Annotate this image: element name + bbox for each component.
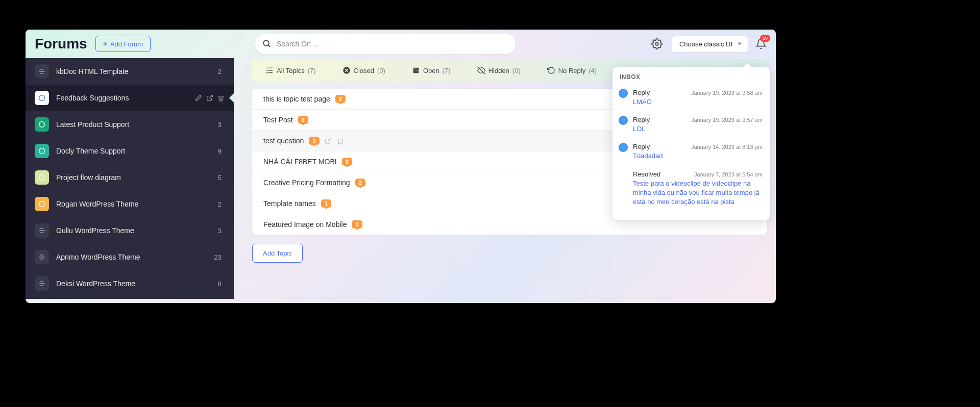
forum-icon bbox=[35, 144, 49, 158]
topic-reply-badge: 2 bbox=[335, 95, 346, 103]
page-title: Forums bbox=[35, 36, 87, 52]
header-right: Choose classic UI 10 bbox=[649, 36, 767, 53]
sidebar-item[interactable]: Deksi WordPress Theme8 bbox=[26, 270, 234, 297]
tab-icon bbox=[547, 66, 555, 74]
tab-icon bbox=[412, 66, 420, 74]
svg-rect-14 bbox=[268, 72, 273, 73]
settings-button[interactable] bbox=[649, 36, 665, 52]
tab-icon bbox=[342, 66, 351, 74]
tab-count: (7) bbox=[443, 67, 451, 74]
search-icon bbox=[262, 39, 272, 48]
inbox-item-label: Reply bbox=[633, 116, 650, 123]
topic-title: Template names bbox=[263, 199, 316, 208]
svg-rect-11 bbox=[266, 70, 268, 70]
stack-icon bbox=[39, 281, 45, 286]
inbox-item-label: Resolved bbox=[633, 170, 660, 178]
inbox-item-label: Reply bbox=[633, 143, 650, 150]
inbox-item[interactable]: ResolvedJanuary 7, 2023 at 5:54 amTeste … bbox=[620, 166, 763, 212]
avatar bbox=[619, 143, 628, 152]
topic-reply-badge: 2 bbox=[355, 179, 365, 187]
plus-icon: + bbox=[103, 40, 107, 48]
sidebar-item[interactable]: kbDoc HTML Template2 bbox=[26, 58, 234, 85]
trash-icon[interactable] bbox=[217, 94, 225, 101]
forum-icon bbox=[35, 250, 49, 264]
tab-label: Open bbox=[423, 67, 439, 74]
search-wrap bbox=[255, 34, 516, 54]
add-topic-button[interactable]: Add Topic bbox=[252, 244, 303, 263]
ui-mode-select[interactable]: Choose classic UI bbox=[672, 36, 748, 53]
sidebar-item-label: Rogan WordPress Theme bbox=[56, 200, 211, 208]
topic-reply-badge: 0 bbox=[298, 116, 308, 124]
svg-rect-10 bbox=[268, 68, 273, 68]
tab[interactable]: All Topics (7) bbox=[252, 59, 329, 82]
sidebar-item-label: Project flow diagram bbox=[56, 173, 211, 182]
add-forum-button[interactable]: + Add Forum bbox=[95, 36, 151, 52]
external-link-icon[interactable] bbox=[206, 94, 213, 101]
sidebar-item[interactable]: Project flow diagram5 bbox=[26, 164, 234, 191]
app-frame: Forums + Add Forum Choose classic UI 10 … bbox=[26, 30, 776, 303]
avatar bbox=[619, 89, 628, 98]
tab[interactable]: No Reply (4) bbox=[534, 59, 610, 82]
svg-point-5 bbox=[39, 122, 45, 128]
tab-label: No Reply bbox=[558, 67, 585, 74]
inbox-item-label: Reply bbox=[633, 89, 650, 96]
topic-title: this is topic test page bbox=[263, 95, 330, 103]
tab-icon bbox=[477, 66, 485, 74]
svg-point-8 bbox=[39, 201, 45, 207]
tab[interactable]: Hidden (0) bbox=[464, 59, 534, 82]
svg-point-6 bbox=[39, 148, 45, 154]
sidebar-item-label: kbDoc HTML Template bbox=[56, 67, 211, 75]
inbox-title: INBOX bbox=[620, 73, 763, 81]
sidebar-item-count: 8 bbox=[218, 280, 222, 288]
tab[interactable]: Closed (0) bbox=[329, 59, 399, 82]
sidebar-item-count: 5 bbox=[218, 174, 222, 182]
inbox-item-time: January 7, 2023 at 5:54 am bbox=[694, 171, 763, 177]
inbox-item[interactable]: ReplyJanuary 19, 2023 at 9:57 amLOL bbox=[620, 112, 763, 139]
inbox-item-body: LMAO bbox=[633, 97, 763, 107]
inbox-item[interactable]: ReplyJanuary 14, 2023 at 8:13 pmTdadadad bbox=[620, 139, 763, 166]
forum-icon bbox=[35, 170, 49, 185]
sidebar-item-label: Feedback Suggestions bbox=[56, 94, 188, 102]
sidebar-item[interactable]: Docly Theme Support9 bbox=[26, 138, 234, 164]
topic-reply-badge: 0 bbox=[352, 220, 362, 228]
sidebar-item-label: Latest Product Support bbox=[56, 120, 211, 129]
tab-label: Hidden bbox=[488, 67, 509, 74]
inbox-item-body: Tdadadad bbox=[633, 151, 763, 161]
notification-badge: 10 bbox=[760, 35, 770, 42]
notifications-button[interactable]: 10 bbox=[755, 38, 767, 49]
trash-icon[interactable] bbox=[337, 137, 344, 144]
tab-count: (0) bbox=[377, 67, 385, 74]
tab-count: (4) bbox=[589, 67, 597, 74]
inbox-popover: INBOX ReplyJanuary 19, 2023 at 9:58 amLM… bbox=[612, 67, 770, 220]
sidebar-item[interactable]: Latest Product Support3 bbox=[26, 111, 234, 138]
ui-mode-label: Choose classic UI bbox=[679, 40, 732, 48]
svg-line-4 bbox=[209, 95, 212, 98]
sidebar-item[interactable]: Gullu WordPress Theme3 bbox=[26, 217, 234, 244]
tab[interactable]: Open (7) bbox=[399, 59, 464, 82]
svg-line-17 bbox=[327, 138, 330, 141]
forum-icon bbox=[35, 64, 49, 79]
sidebar-item[interactable]: Rogan WordPress Theme2 bbox=[26, 191, 234, 217]
svg-rect-9 bbox=[266, 68, 268, 68]
tab-label: All Topics bbox=[277, 67, 305, 74]
tab-count: (0) bbox=[512, 67, 521, 74]
stack-icon bbox=[39, 69, 45, 74]
stack-icon bbox=[39, 228, 45, 233]
inbox-item-time: January 14, 2023 at 8:13 pm bbox=[691, 144, 763, 150]
topic-title: NHÀ CÁI F8BET MOBI bbox=[263, 158, 337, 166]
inbox-item[interactable]: ReplyJanuary 19, 2023 at 9:58 amLMAO bbox=[620, 85, 763, 112]
forum-icon bbox=[35, 197, 49, 211]
sidebar-item-count: 23 bbox=[214, 253, 222, 261]
inbox-item-time: January 19, 2023 at 9:57 am bbox=[691, 117, 763, 123]
add-forum-label: Add Forum bbox=[110, 40, 143, 48]
sidebar-item[interactable]: Aprimo WordPress Theme23 bbox=[26, 244, 234, 270]
inbox-item-body: Teste para o videoclipe de videoclipe na… bbox=[633, 179, 763, 207]
sidebar-item[interactable]: Feedback Suggestions bbox=[26, 85, 234, 111]
sidebar-item-count: 9 bbox=[218, 147, 222, 155]
sidebar-item-label: Gullu WordPress Theme bbox=[56, 226, 211, 235]
edit-icon[interactable] bbox=[195, 94, 202, 101]
svg-line-1 bbox=[268, 45, 270, 47]
stack-icon bbox=[39, 255, 45, 260]
external-link-icon[interactable] bbox=[325, 137, 332, 144]
search-input[interactable] bbox=[255, 34, 516, 54]
